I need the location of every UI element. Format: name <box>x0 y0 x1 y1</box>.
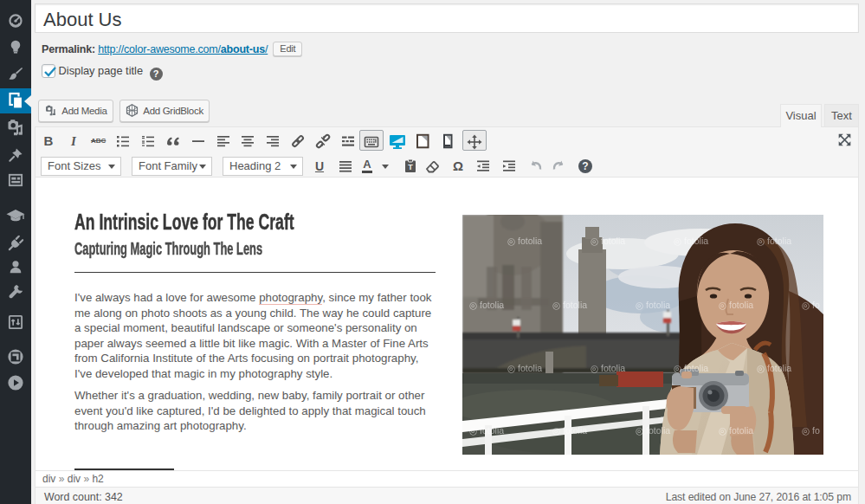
svg-text:◎ fotolia: ◎ fotolia <box>757 236 791 246</box>
svg-text:◎ fotolia: ◎ fotolia <box>469 425 504 436</box>
svg-text:◎ fotolia: ◎ fotolia <box>719 300 753 310</box>
svg-text:◎ fotolia: ◎ fotolia <box>552 300 587 310</box>
svg-text:◎ fotolia: ◎ fotolia <box>507 363 542 373</box>
svg-text:◎ fotolia: ◎ fotolia <box>757 363 791 373</box>
svg-text:◎ fotolia: ◎ fotolia <box>591 363 625 373</box>
svg-text:◎ fotolia: ◎ fotolia <box>552 425 587 436</box>
svg-text:◎ fotolia: ◎ fotolia <box>636 300 670 310</box>
svg-text:◎ fotolia: ◎ fotolia <box>674 363 708 373</box>
svg-text:T: T <box>408 163 413 171</box>
svg-text:◎ fotolia: ◎ fotolia <box>469 300 504 310</box>
svg-text:◎ fo: ◎ fo <box>802 425 820 436</box>
svg-text:◎ fotolia: ◎ fotolia <box>719 425 753 436</box>
svg-text:◎ fotolia: ◎ fotolia <box>507 236 542 246</box>
svg-text:◎ fo: ◎ fo <box>802 300 820 310</box>
svg-text:◎ fotolia: ◎ fotolia <box>591 236 625 246</box>
svg-text:◎ fotolia: ◎ fotolia <box>636 425 670 436</box>
svg-text:◎ fotolia: ◎ fotolia <box>674 236 708 246</box>
